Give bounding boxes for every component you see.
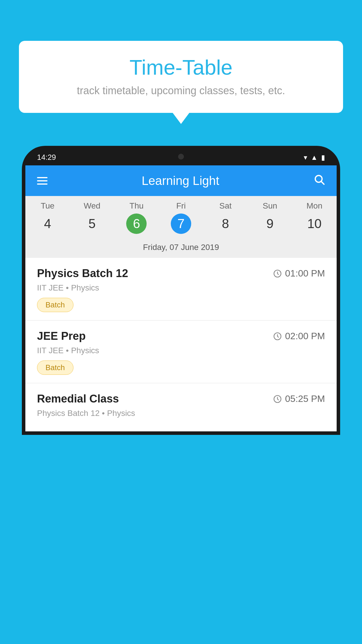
app-header: Learning Light (25, 165, 337, 196)
day-col-tue[interactable]: Tue (25, 196, 70, 214)
clock-icon-1 (273, 269, 282, 278)
day-num-col-thu[interactable]: 6 (114, 214, 159, 234)
schedule-item-3-title: Remedial Class (37, 393, 119, 405)
clock-icon-3 (273, 394, 282, 404)
schedule-list: Physics Batch 12 01:00 PM IIT JEE • Phys… (25, 258, 337, 431)
schedule-item-1-title: Physics Batch 12 (37, 267, 128, 280)
day-col-fri[interactable]: Fri (159, 196, 203, 214)
schedule-item-3[interactable]: Remedial Class 05:25 PM Physics Batch 12… (25, 383, 337, 431)
day-num-col-tue[interactable]: 4 (25, 214, 70, 234)
day-num-sun: 9 (260, 214, 280, 234)
tooltip-subtitle: track timetable, upcoming classes, tests… (36, 85, 326, 97)
schedule-item-3-time-text: 05:25 PM (285, 393, 325, 404)
day-num-wed: 5 (82, 214, 102, 234)
search-button[interactable] (313, 174, 325, 188)
day-name-sat: Sat (203, 201, 248, 211)
schedule-item-1-header: Physics Batch 12 01:00 PM (37, 267, 325, 280)
tooltip-container: Time-Table track timetable, upcoming cla… (19, 41, 343, 113)
status-icons: ▾ ▲ ▮ (304, 153, 325, 162)
schedule-item-2-title: JEE Prep (37, 330, 86, 342)
day-col-sun[interactable]: Sun (248, 196, 292, 214)
schedule-item-3-time: 05:25 PM (273, 393, 325, 404)
day-num-fri: 7 (171, 214, 191, 234)
schedule-item-1-time: 01:00 PM (273, 268, 325, 279)
schedule-item-1[interactable]: Physics Batch 12 01:00 PM IIT JEE • Phys… (25, 258, 337, 321)
day-col-mon[interactable]: Mon (292, 196, 337, 214)
schedule-item-2[interactable]: JEE Prep 02:00 PM IIT JEE • Physics Batc… (25, 321, 337, 383)
schedule-item-1-meta: IIT JEE • Physics (37, 283, 325, 293)
day-col-wed[interactable]: Wed (70, 196, 115, 214)
signal-icon: ▲ (311, 153, 318, 162)
status-bar: 14:29 ▾ ▲ ▮ (25, 149, 337, 165)
tooltip-box: Time-Table track timetable, upcoming cla… (19, 41, 343, 113)
day-num-col-wed[interactable]: 5 (70, 214, 115, 234)
day-num-col-fri[interactable]: 7 (159, 214, 203, 234)
day-num-sat: 8 (215, 214, 236, 234)
day-num-col-sun[interactable]: 9 (248, 214, 292, 234)
day-name-sun: Sun (248, 201, 292, 211)
schedule-item-1-time-text: 01:00 PM (285, 268, 325, 279)
day-num-tue: 4 (37, 214, 58, 234)
phone-notch (158, 149, 204, 164)
calendar-strip: Tue Wed Thu Fri Sat Sun (25, 196, 337, 258)
app-title: Learning Light (142, 174, 219, 188)
schedule-item-2-tag: Batch (37, 360, 73, 375)
phone-outer: 14:29 ▾ ▲ ▮ Learning Light (22, 146, 340, 435)
schedule-item-3-meta: Physics Batch 12 • Physics (37, 409, 325, 418)
hamburger-menu-button[interactable] (37, 177, 48, 185)
schedule-item-2-time: 02:00 PM (273, 331, 325, 342)
day-num-col-mon[interactable]: 10 (292, 214, 337, 234)
day-col-thu[interactable]: Thu (114, 196, 159, 214)
battery-icon: ▮ (321, 153, 325, 162)
clock-icon-2 (273, 332, 282, 341)
day-name-tue: Tue (25, 201, 70, 211)
status-time: 14:29 (37, 153, 56, 162)
day-name-mon: Mon (292, 201, 337, 211)
day-name-wed: Wed (70, 201, 115, 211)
schedule-item-2-time-text: 02:00 PM (285, 331, 325, 342)
day-num-row: 4 5 6 7 8 9 (25, 214, 337, 239)
day-num-mon: 10 (304, 214, 325, 234)
svg-line-1 (321, 182, 324, 184)
day-col-sat[interactable]: Sat (203, 196, 248, 214)
schedule-item-2-header: JEE Prep 02:00 PM (37, 330, 325, 342)
tooltip-title: Time-Table (36, 55, 326, 79)
schedule-item-2-meta: IIT JEE • Physics (37, 346, 325, 355)
schedule-item-3-header: Remedial Class 05:25 PM (37, 393, 325, 405)
day-num-col-sat[interactable]: 8 (203, 214, 248, 234)
day-headers-row: Tue Wed Thu Fri Sat Sun (25, 196, 337, 214)
selected-date-label: Friday, 07 June 2019 (25, 239, 337, 258)
phone-screen: Learning Light Tue Wed (25, 165, 337, 431)
wifi-icon: ▾ (304, 153, 307, 162)
schedule-item-1-tag: Batch (37, 298, 73, 312)
day-name-fri: Fri (159, 201, 203, 211)
day-name-thu: Thu (114, 201, 159, 211)
day-num-thu: 6 (126, 214, 147, 234)
camera (178, 154, 184, 160)
phone-mockup: 14:29 ▾ ▲ ▮ Learning Light (22, 146, 340, 644)
